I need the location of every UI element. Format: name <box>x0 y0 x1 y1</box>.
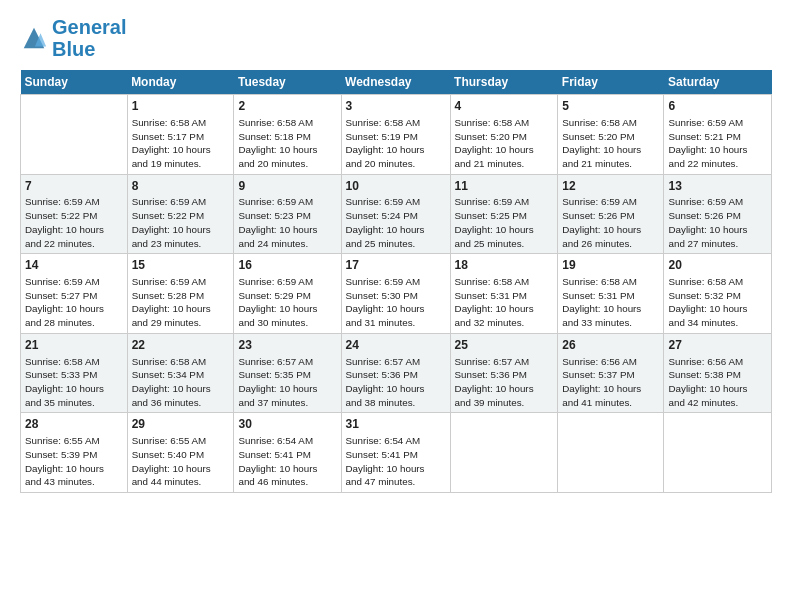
day-info: Sunrise: 6:58 AM Sunset: 5:20 PM Dayligh… <box>562 116 659 171</box>
day-info: Sunrise: 6:57 AM Sunset: 5:36 PM Dayligh… <box>346 355 446 410</box>
day-info: Sunrise: 6:55 AM Sunset: 5:40 PM Dayligh… <box>132 434 230 489</box>
column-header-saturday: Saturday <box>664 70 772 95</box>
header: General Blue <box>20 16 772 60</box>
week-row-4: 21Sunrise: 6:58 AM Sunset: 5:33 PM Dayli… <box>21 333 772 413</box>
day-info: Sunrise: 6:59 AM Sunset: 5:26 PM Dayligh… <box>668 195 767 250</box>
day-number: 12 <box>562 178 659 195</box>
day-info: Sunrise: 6:58 AM Sunset: 5:33 PM Dayligh… <box>25 355 123 410</box>
day-info: Sunrise: 6:59 AM Sunset: 5:27 PM Dayligh… <box>25 275 123 330</box>
day-info: Sunrise: 6:59 AM Sunset: 5:29 PM Dayligh… <box>238 275 336 330</box>
week-row-5: 28Sunrise: 6:55 AM Sunset: 5:39 PM Dayli… <box>21 413 772 493</box>
calendar-cell: 10Sunrise: 6:59 AM Sunset: 5:24 PM Dayli… <box>341 174 450 254</box>
day-number: 23 <box>238 337 336 354</box>
day-number: 16 <box>238 257 336 274</box>
day-number: 13 <box>668 178 767 195</box>
day-info: Sunrise: 6:59 AM Sunset: 5:22 PM Dayligh… <box>25 195 123 250</box>
week-row-1: 1Sunrise: 6:58 AM Sunset: 5:17 PM Daylig… <box>21 95 772 175</box>
day-info: Sunrise: 6:59 AM Sunset: 5:25 PM Dayligh… <box>455 195 554 250</box>
day-number: 1 <box>132 98 230 115</box>
column-header-thursday: Thursday <box>450 70 558 95</box>
calendar-cell <box>450 413 558 493</box>
calendar-cell: 2Sunrise: 6:58 AM Sunset: 5:18 PM Daylig… <box>234 95 341 175</box>
day-info: Sunrise: 6:58 AM Sunset: 5:18 PM Dayligh… <box>238 116 336 171</box>
day-info: Sunrise: 6:58 AM Sunset: 5:31 PM Dayligh… <box>562 275 659 330</box>
calendar-cell: 18Sunrise: 6:58 AM Sunset: 5:31 PM Dayli… <box>450 254 558 334</box>
day-number: 19 <box>562 257 659 274</box>
day-info: Sunrise: 6:59 AM Sunset: 5:24 PM Dayligh… <box>346 195 446 250</box>
day-number: 26 <box>562 337 659 354</box>
day-number: 8 <box>132 178 230 195</box>
day-number: 18 <box>455 257 554 274</box>
column-header-wednesday: Wednesday <box>341 70 450 95</box>
calendar-cell: 25Sunrise: 6:57 AM Sunset: 5:36 PM Dayli… <box>450 333 558 413</box>
day-number: 21 <box>25 337 123 354</box>
day-number: 28 <box>25 416 123 433</box>
day-info: Sunrise: 6:59 AM Sunset: 5:22 PM Dayligh… <box>132 195 230 250</box>
calendar-cell: 15Sunrise: 6:59 AM Sunset: 5:28 PM Dayli… <box>127 254 234 334</box>
day-info: Sunrise: 6:56 AM Sunset: 5:37 PM Dayligh… <box>562 355 659 410</box>
day-number: 14 <box>25 257 123 274</box>
day-info: Sunrise: 6:54 AM Sunset: 5:41 PM Dayligh… <box>238 434 336 489</box>
day-info: Sunrise: 6:54 AM Sunset: 5:41 PM Dayligh… <box>346 434 446 489</box>
logo-text: General Blue <box>52 16 126 60</box>
calendar-cell: 31Sunrise: 6:54 AM Sunset: 5:41 PM Dayli… <box>341 413 450 493</box>
day-info: Sunrise: 6:58 AM Sunset: 5:17 PM Dayligh… <box>132 116 230 171</box>
day-number: 22 <box>132 337 230 354</box>
day-number: 29 <box>132 416 230 433</box>
calendar-cell <box>558 413 664 493</box>
week-row-3: 14Sunrise: 6:59 AM Sunset: 5:27 PM Dayli… <box>21 254 772 334</box>
calendar-cell: 29Sunrise: 6:55 AM Sunset: 5:40 PM Dayli… <box>127 413 234 493</box>
day-number: 4 <box>455 98 554 115</box>
calendar-cell: 24Sunrise: 6:57 AM Sunset: 5:36 PM Dayli… <box>341 333 450 413</box>
calendar-cell: 11Sunrise: 6:59 AM Sunset: 5:25 PM Dayli… <box>450 174 558 254</box>
day-info: Sunrise: 6:57 AM Sunset: 5:35 PM Dayligh… <box>238 355 336 410</box>
day-number: 17 <box>346 257 446 274</box>
day-info: Sunrise: 6:56 AM Sunset: 5:38 PM Dayligh… <box>668 355 767 410</box>
day-number: 7 <box>25 178 123 195</box>
day-number: 9 <box>238 178 336 195</box>
calendar-cell: 12Sunrise: 6:59 AM Sunset: 5:26 PM Dayli… <box>558 174 664 254</box>
column-header-friday: Friday <box>558 70 664 95</box>
calendar-table: SundayMondayTuesdayWednesdayThursdayFrid… <box>20 70 772 493</box>
calendar-cell: 30Sunrise: 6:54 AM Sunset: 5:41 PM Dayli… <box>234 413 341 493</box>
day-info: Sunrise: 6:58 AM Sunset: 5:34 PM Dayligh… <box>132 355 230 410</box>
calendar-cell: 14Sunrise: 6:59 AM Sunset: 5:27 PM Dayli… <box>21 254 128 334</box>
day-number: 20 <box>668 257 767 274</box>
day-info: Sunrise: 6:58 AM Sunset: 5:31 PM Dayligh… <box>455 275 554 330</box>
calendar-cell <box>664 413 772 493</box>
calendar-cell: 28Sunrise: 6:55 AM Sunset: 5:39 PM Dayli… <box>21 413 128 493</box>
column-header-sunday: Sunday <box>21 70 128 95</box>
calendar-cell: 19Sunrise: 6:58 AM Sunset: 5:31 PM Dayli… <box>558 254 664 334</box>
day-number: 27 <box>668 337 767 354</box>
calendar-cell: 5Sunrise: 6:58 AM Sunset: 5:20 PM Daylig… <box>558 95 664 175</box>
day-number: 24 <box>346 337 446 354</box>
calendar-cell: 13Sunrise: 6:59 AM Sunset: 5:26 PM Dayli… <box>664 174 772 254</box>
day-number: 30 <box>238 416 336 433</box>
calendar-cell: 17Sunrise: 6:59 AM Sunset: 5:30 PM Dayli… <box>341 254 450 334</box>
day-number: 10 <box>346 178 446 195</box>
day-info: Sunrise: 6:59 AM Sunset: 5:30 PM Dayligh… <box>346 275 446 330</box>
day-number: 3 <box>346 98 446 115</box>
calendar-cell: 9Sunrise: 6:59 AM Sunset: 5:23 PM Daylig… <box>234 174 341 254</box>
day-info: Sunrise: 6:59 AM Sunset: 5:28 PM Dayligh… <box>132 275 230 330</box>
calendar-cell: 8Sunrise: 6:59 AM Sunset: 5:22 PM Daylig… <box>127 174 234 254</box>
calendar-cell: 23Sunrise: 6:57 AM Sunset: 5:35 PM Dayli… <box>234 333 341 413</box>
calendar-cell: 27Sunrise: 6:56 AM Sunset: 5:38 PM Dayli… <box>664 333 772 413</box>
day-info: Sunrise: 6:58 AM Sunset: 5:19 PM Dayligh… <box>346 116 446 171</box>
day-info: Sunrise: 6:59 AM Sunset: 5:23 PM Dayligh… <box>238 195 336 250</box>
page: General Blue SundayMondayTuesdayWednesda… <box>0 0 792 509</box>
calendar-cell: 21Sunrise: 6:58 AM Sunset: 5:33 PM Dayli… <box>21 333 128 413</box>
day-number: 5 <box>562 98 659 115</box>
calendar-cell: 22Sunrise: 6:58 AM Sunset: 5:34 PM Dayli… <box>127 333 234 413</box>
day-number: 15 <box>132 257 230 274</box>
day-info: Sunrise: 6:55 AM Sunset: 5:39 PM Dayligh… <box>25 434 123 489</box>
column-header-tuesday: Tuesday <box>234 70 341 95</box>
calendar-cell: 4Sunrise: 6:58 AM Sunset: 5:20 PM Daylig… <box>450 95 558 175</box>
week-row-2: 7Sunrise: 6:59 AM Sunset: 5:22 PM Daylig… <box>21 174 772 254</box>
calendar-cell: 1Sunrise: 6:58 AM Sunset: 5:17 PM Daylig… <box>127 95 234 175</box>
day-number: 2 <box>238 98 336 115</box>
calendar-cell: 20Sunrise: 6:58 AM Sunset: 5:32 PM Dayli… <box>664 254 772 334</box>
calendar-cell: 16Sunrise: 6:59 AM Sunset: 5:29 PM Dayli… <box>234 254 341 334</box>
calendar-cell: 26Sunrise: 6:56 AM Sunset: 5:37 PM Dayli… <box>558 333 664 413</box>
day-info: Sunrise: 6:59 AM Sunset: 5:21 PM Dayligh… <box>668 116 767 171</box>
